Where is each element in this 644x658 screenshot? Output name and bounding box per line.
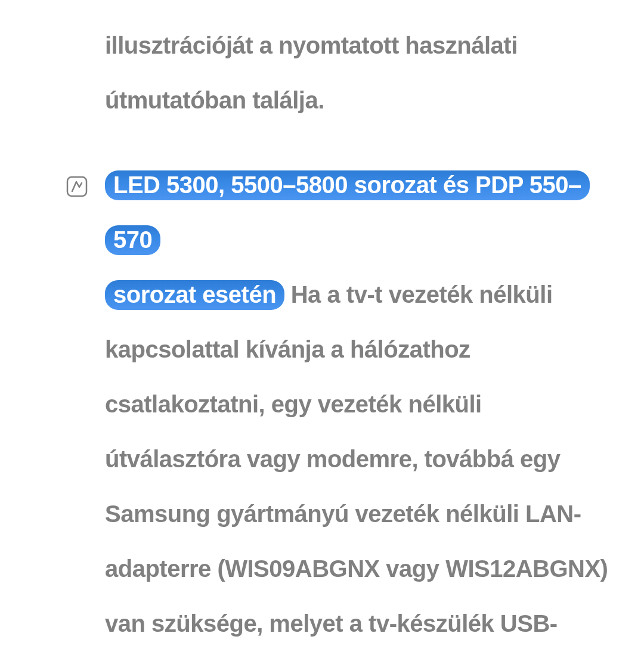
- document-content: illusztrációját a nyomtatott használati …: [66, 18, 614, 658]
- note-icon: [66, 162, 88, 185]
- paragraph-1-text: illusztrációját a nyomtatott használati …: [105, 32, 518, 113]
- paragraph-2-text: Ha a tv-t vezeték nélküli kapcsolattal k…: [105, 281, 608, 658]
- svg-rect-0: [67, 177, 86, 196]
- paragraph-1: illusztrációját a nyomtatott használati …: [66, 18, 614, 128]
- highlight-badge-line1: LED 5300, 5500–5800 sorozat és PDP 550–5…: [105, 170, 590, 255]
- highlight-badge-line2: sorozat esetén: [105, 280, 284, 310]
- paragraph-2: LED 5300, 5500–5800 sorozat és PDP 550–5…: [66, 157, 614, 658]
